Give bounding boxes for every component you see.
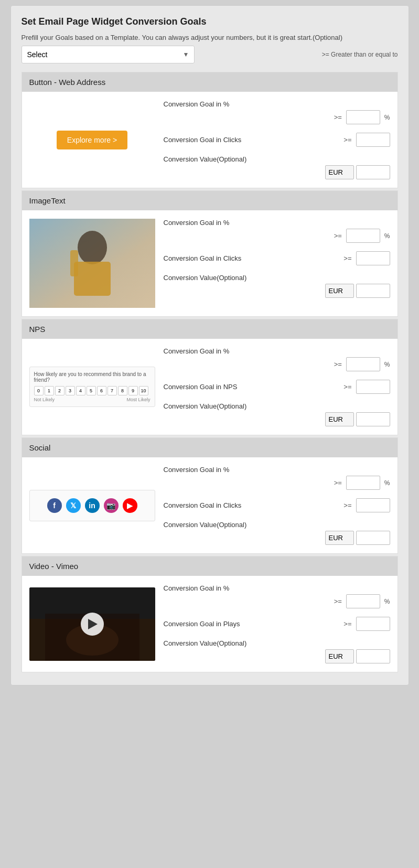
shopping-image-svg — [29, 219, 155, 308]
currency-select-video[interactable] — [325, 649, 354, 663]
goal-row-social-clicks: Conversion Goal in Clicks >= — [164, 498, 390, 512]
currency-select-button[interactable] — [325, 165, 354, 179]
percent-input-button[interactable] — [346, 110, 380, 124]
goal-row-nps-percent: Conversion Goal in % >= % — [164, 347, 390, 371]
gte-symbol-video-2: >= — [343, 620, 351, 628]
percent-suffix-1: % — [384, 114, 390, 121]
template-select[interactable]: Select — [22, 46, 195, 63]
goal-label-nps-score: Conversion Goal in NPS — [164, 383, 238, 391]
linkedin-icon: in — [85, 498, 100, 513]
goal-row-it-percent: Conversion Goal in % >= % — [164, 219, 390, 243]
currency-value-social[interactable] — [356, 531, 390, 545]
gte-note: >= Greater than or equal to — [322, 51, 398, 58]
goal-row-currency: Conversion Value(Optional) — [164, 155, 390, 179]
nps-8: 8 — [118, 386, 127, 395]
nps-2: 2 — [55, 386, 65, 395]
nps-score-input[interactable] — [356, 380, 390, 394]
goal-label-video-percent: Conversion Goal in % — [164, 584, 230, 592]
goal-label-percent: Conversion Goal in % — [164, 100, 230, 108]
goal-row-percent: Conversion Goal in % >= % — [164, 100, 390, 124]
goal-label-video-currency: Conversion Value(Optional) — [164, 639, 247, 647]
svg-point-1 — [78, 231, 107, 264]
nps-4: 4 — [76, 386, 85, 395]
currency-row-video — [164, 649, 390, 663]
template-select-wrapper: Select ▼ — [22, 46, 195, 63]
section-content-button: Explore more > Conversion Goal in % >= % — [22, 92, 397, 188]
plays-input-video[interactable] — [356, 617, 390, 631]
goal-label-nps-percent: Conversion Goal in % — [164, 347, 230, 355]
currency-select-imagetext[interactable] — [325, 284, 354, 298]
currency-select-nps[interactable] — [325, 412, 354, 426]
section-header-video: Video - Vimeo — [22, 556, 397, 576]
svg-rect-3 — [70, 250, 78, 276]
currency-value-imagetext[interactable] — [356, 284, 390, 298]
percent-input-video[interactable] — [346, 594, 380, 608]
currency-row — [164, 165, 390, 179]
gte-symbol-1: >= — [334, 113, 342, 121]
nps-6: 6 — [97, 386, 106, 395]
goal-label-nps-currency: Conversion Value(Optional) — [164, 402, 247, 410]
nps-7: 7 — [108, 386, 117, 395]
nps-scale: 0 1 2 3 4 5 6 7 8 9 10 — [34, 386, 151, 395]
imagetext-preview-area — [29, 219, 155, 308]
percent-input-social[interactable] — [346, 476, 380, 490]
percent-suffix-it-1: % — [384, 232, 390, 240]
gte-symbol-nps-2: >= — [343, 383, 351, 391]
clicks-input-button[interactable] — [356, 133, 390, 147]
percent-input-nps[interactable] — [346, 357, 380, 371]
goal-label-video-plays: Conversion Goal in Plays — [164, 620, 240, 628]
currency-row-it — [164, 284, 390, 298]
social-icons-preview: f 𝕏 in 📷 ▶ — [29, 490, 155, 521]
svg-rect-2 — [74, 262, 111, 296]
goal-label-social-percent: Conversion Goal in % — [164, 466, 230, 474]
imagetext-image — [29, 219, 155, 308]
twitter-icon: 𝕏 — [66, 498, 81, 513]
clicks-input-imagetext[interactable] — [356, 251, 390, 265]
section-video-vimeo: Video - Vimeo — [22, 556, 398, 672]
goal-row-social-currency: Conversion Value(Optional) — [164, 521, 390, 545]
nps-widget-preview: How likely are you to recommend this bra… — [29, 367, 155, 407]
goal-label-currency: Conversion Value(Optional) — [164, 155, 247, 163]
currency-select-social[interactable] — [325, 531, 354, 545]
gte-symbol-social-2: >= — [343, 501, 351, 509]
explore-more-button[interactable]: Explore more > — [57, 131, 127, 149]
gte-symbol-video-1: >= — [334, 597, 342, 605]
goals-area-social: Conversion Goal in % >= % Conversion Goa… — [164, 466, 390, 545]
percent-suffix-social: % — [384, 479, 390, 487]
percent-input-imagetext[interactable] — [346, 229, 380, 243]
goal-input-row-social-percent: >= % — [164, 476, 390, 490]
video-play-button[interactable] — [81, 613, 104, 636]
goal-input-row-it-percent: >= % — [164, 229, 390, 243]
percent-suffix-nps: % — [384, 361, 390, 368]
goal-row-video-plays: Conversion Goal in Plays >= — [164, 617, 390, 631]
social-preview-area: f 𝕏 in 📷 ▶ — [29, 466, 155, 545]
goals-area-imagetext: Conversion Goal in % >= % Conversion Goa… — [164, 219, 390, 308]
goals-area-video: Conversion Goal in % >= % Conversion Goa… — [164, 584, 390, 663]
section-content-social: f 𝕏 in 📷 ▶ Conversion Goal in % >= % — [22, 457, 397, 553]
percent-suffix-video: % — [384, 598, 390, 605]
clicks-input-social[interactable] — [356, 498, 390, 512]
button-preview-area: Explore more > — [29, 100, 155, 179]
section-content-nps: How likely are you to recommend this bra… — [22, 339, 397, 435]
currency-value-button[interactable] — [356, 165, 390, 179]
section-header-nps: NPS — [22, 319, 397, 339]
goal-label-social-clicks: Conversion Goal in Clicks — [164, 501, 242, 509]
nps-3: 3 — [66, 386, 75, 395]
goal-row-it-currency: Conversion Value(Optional) — [164, 274, 390, 298]
currency-value-nps[interactable] — [356, 412, 390, 426]
goal-input-row-video-percent: >= % — [164, 594, 390, 608]
prefill-description: Prefill your Goals based on a Template. … — [22, 34, 398, 41]
goal-input-row-percent: >= % — [164, 110, 390, 124]
video-thumbnail — [29, 587, 155, 661]
section-button-web-address: Button - Web Address Explore more > Conv… — [22, 72, 398, 188]
prefill-section: Prefill your Goals based on a Template. … — [22, 34, 398, 63]
youtube-icon: ▶ — [123, 498, 137, 513]
currency-value-video[interactable] — [356, 649, 390, 663]
prefill-row: Select ▼ >= Greater than or equal to — [22, 46, 398, 63]
section-nps: NPS How likely are you to recommend this… — [22, 319, 398, 435]
facebook-icon: f — [47, 498, 62, 513]
gte-symbol-social-1: >= — [334, 479, 342, 487]
gte-symbol-2: >= — [343, 136, 351, 144]
goal-row-nps-currency: Conversion Value(Optional) — [164, 402, 390, 426]
goal-row-social-percent: Conversion Goal in % >= % — [164, 466, 390, 490]
